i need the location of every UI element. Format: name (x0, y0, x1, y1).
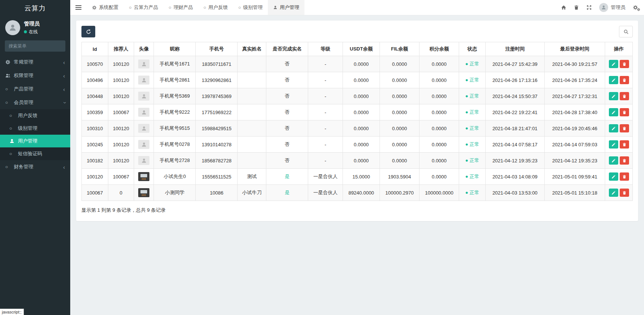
menu-search-input[interactable] (5, 40, 65, 52)
delete-button[interactable] (620, 156, 629, 165)
trash-icon (622, 175, 626, 179)
edit-button[interactable] (609, 156, 618, 165)
trash-icon (622, 78, 626, 82)
sidebar-toggle-button[interactable] (70, 0, 87, 15)
cell-actions (605, 56, 633, 72)
sidebar-item-user-management[interactable]: 用户管理 (0, 135, 70, 147)
delete-button[interactable] (620, 92, 629, 100)
user-status-label: 在线 (29, 29, 38, 35)
column-header: Id (82, 42, 108, 56)
tab-user-feedback[interactable]: ○ 用户反馈 (198, 0, 233, 15)
delete-button[interactable] (620, 60, 629, 68)
pencil-icon (612, 159, 616, 163)
navbar-user[interactable]: 管理员 (599, 3, 625, 12)
column-header: 头像 (134, 42, 154, 56)
column-header: 注册时间 (486, 42, 545, 56)
tab-label: 云算力产品 (134, 4, 158, 11)
column-header: 真实姓名 (238, 42, 266, 56)
app-title: 云算力 (25, 4, 46, 13)
sidebar-item-level-management[interactable]: ○ 级别管理 (0, 122, 70, 135)
tab-system-config[interactable]: 系统配置 (87, 0, 124, 15)
cell-id: 100067 (82, 185, 108, 201)
refresh-button[interactable] (81, 26, 95, 37)
clear-cache-button[interactable] (574, 5, 579, 10)
online-dot-icon (24, 30, 27, 33)
cell-actions (605, 137, 633, 153)
cell-last-login: 2021-04-27 17:32:31 (544, 88, 605, 104)
sidebar-item-finance[interactable]: ○ 财务管理 ‹ (0, 160, 70, 174)
cell-actions (605, 72, 633, 88)
brand[interactable]: 云算力 (0, 0, 70, 16)
home-button[interactable] (561, 5, 566, 10)
cell-last-login: 2021-04-26 17:35:24 (544, 72, 605, 88)
cell-nickname: 手机尾号9222 (154, 104, 196, 120)
delete-button[interactable] (620, 76, 629, 84)
cell-phone: 13290962861 (196, 72, 238, 88)
table-row: 100448100120手机尾号536913978745369否-0.00000… (82, 88, 633, 104)
delete-button[interactable] (620, 108, 629, 116)
delete-button[interactable] (620, 172, 629, 181)
settings-button[interactable] (633, 5, 638, 10)
delete-button[interactable] (620, 189, 629, 197)
sidebar-item-user-feedback[interactable]: ○ 用户反馈 (0, 109, 70, 122)
pencil-icon (612, 62, 616, 66)
cell-usdt-balance: 0.0000 (343, 120, 380, 137)
circle-icon: ○ (5, 100, 14, 105)
refresh-icon (86, 29, 91, 34)
edit-button[interactable] (609, 189, 618, 197)
cell-actions (605, 169, 633, 185)
person-icon (141, 142, 147, 147)
edit-button[interactable] (609, 92, 618, 100)
cell-referrer: 100120 (108, 120, 134, 137)
cell-id: 100359 (82, 104, 108, 120)
edit-button[interactable] (609, 108, 618, 116)
table-toolbar (81, 26, 633, 37)
table-search-button[interactable] (619, 26, 633, 37)
cell-fil-balance: 0.0000 (380, 56, 419, 72)
column-header: 等级 (308, 42, 343, 56)
avatar-thumbnail (138, 108, 149, 117)
status-badge: ● 正常 (465, 141, 479, 147)
sidebar-item-members[interactable]: ○ 会员管理 ‹ (0, 96, 70, 109)
tab-user-management[interactable]: 用户管理 (268, 0, 304, 15)
cell-real-name (238, 72, 266, 88)
avatar-thumbnail (138, 92, 149, 101)
avatar-thumbnail (138, 172, 149, 181)
menu-item-label: 产品管理 (14, 86, 63, 92)
edit-button[interactable] (609, 172, 618, 181)
cell-usdt-balance: 0.0000 (343, 88, 380, 104)
user-status: 在线 (24, 29, 40, 35)
tab-cloud-products[interactable]: ○ 云算力产品 (124, 0, 163, 15)
delete-button[interactable] (620, 140, 629, 149)
edit-button[interactable] (609, 60, 618, 68)
tab-finance-products[interactable]: ○ 理财产品 (163, 0, 198, 15)
cell-phone: 15988429515 (196, 120, 238, 137)
sidebar-item-sms-codes[interactable]: ○ 短信验证码 (0, 147, 70, 160)
cell-fil-balance: 0.0000 (380, 88, 419, 104)
cell-verified: 否 (266, 120, 308, 137)
cell-referrer: 100120 (108, 153, 134, 169)
avatar-thumbnail (138, 188, 149, 197)
cell-status: ● 正常 (459, 72, 486, 88)
menu-item-label: 会员管理 (14, 99, 63, 106)
circle-icon: ○ (168, 5, 171, 10)
navbar-user-label: 管理员 (611, 4, 625, 11)
column-header: 积分余额 (419, 42, 459, 56)
fullscreen-button[interactable] (586, 5, 592, 10)
column-header: 操作 (605, 42, 633, 56)
cell-verified: 否 (266, 153, 308, 169)
search-icon (623, 29, 629, 34)
cell-referrer: 100120 (108, 72, 134, 88)
avatar-thumbnail (138, 156, 149, 165)
edit-button[interactable] (609, 124, 618, 132)
edit-button[interactable] (609, 76, 618, 84)
edit-button[interactable] (609, 140, 618, 149)
status-badge: ● 正常 (465, 190, 479, 195)
menu-item-label: 级别管理 (18, 125, 65, 132)
tab-level-management[interactable]: ○ 级别管理 (233, 0, 268, 15)
sidebar-item-general[interactable]: 常规管理 ‹ (0, 55, 70, 69)
cell-avatar (134, 169, 154, 185)
delete-button[interactable] (620, 124, 629, 132)
sidebar-item-products[interactable]: ○ 产品管理 ‹ (0, 82, 70, 96)
sidebar-item-permissions[interactable]: 权限管理 ‹ (0, 69, 70, 82)
